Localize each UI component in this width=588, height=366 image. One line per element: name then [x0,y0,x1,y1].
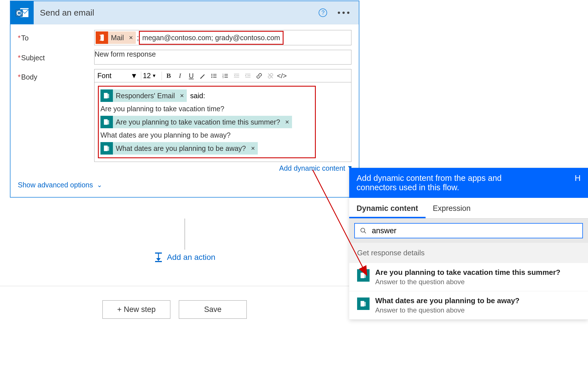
send-email-card: Send an email ? ••• *To Mail × ; [10,1,359,198]
add-action-area: Add an action [10,219,359,265]
svg-text:3: 3 [222,76,224,79]
outlook-icon [10,1,34,24]
svg-rect-36 [363,274,366,278]
connector-line [184,219,185,250]
dynamic-item-vacation[interactable]: Are you planning to take vacation time t… [349,263,588,291]
dates-question-token[interactable]: What dates are you planning to be away? … [100,142,258,155]
tab-dynamic-content[interactable]: Dynamic content [349,198,426,218]
section-header: Get response details [349,243,588,263]
svg-rect-27 [106,120,109,125]
svg-rect-18 [236,75,239,76]
item-title: Are you planning to take vacation time t… [375,268,560,277]
item-subtitle: Answer to the question above [375,278,560,286]
svg-rect-16 [224,77,228,78]
to-input[interactable]: Mail × ; megan@contoso.com; grady@contos… [94,30,351,45]
bullet-list-button[interactable] [209,71,219,81]
svg-point-5 [211,74,213,75]
svg-rect-21 [247,75,250,76]
subject-input[interactable]: New form response [94,50,351,65]
dynamic-item-dates[interactable]: What dates are you planning to be away? … [349,291,588,320]
svg-rect-10 [213,77,216,78]
forms-icon [100,116,113,128]
hide-link[interactable]: H [575,174,581,183]
field-row-body: *Body Font ▼ 12▼ B I U [18,69,351,172]
svg-rect-19 [234,77,239,77]
add-action-button[interactable]: Add an action [152,250,218,265]
outdent-button[interactable] [231,71,242,81]
color-picker-button[interactable] [198,71,208,81]
dynamic-search-input[interactable] [354,223,583,238]
mail-token-label: Mail [111,34,124,42]
card-header[interactable]: Send an email ? ••• [10,1,359,24]
bottom-bar: + New step Save [0,286,349,319]
font-selector[interactable]: Font ▼ [97,72,139,80]
svg-rect-14 [224,76,228,76]
to-emails-text[interactable]: megan@contoso.com; grady@contoso.com [142,34,280,42]
indent-button[interactable] [243,71,253,81]
responders-email-token[interactable]: Responders' Email × [100,89,187,102]
show-advanced-options-link[interactable]: Show advanced options ⌄ [18,181,351,189]
help-icon[interactable]: ? [319,8,327,17]
svg-point-33 [361,228,365,232]
subject-value[interactable]: New form response [95,50,156,64]
search-icon [360,227,367,234]
body-line-1: Are you planning to take vacation time? [100,105,313,113]
tab-expression[interactable]: Expression [426,198,478,218]
italic-button[interactable]: I [175,71,185,81]
svg-rect-25 [106,94,109,98]
forms-icon [100,142,113,155]
remove-token-icon[interactable]: × [177,92,187,100]
new-step-button[interactable]: + New step [102,300,170,319]
svg-rect-38 [363,302,366,306]
item-title: What dates are you planning to be away? [375,296,520,305]
forms-icon [357,297,370,310]
svg-rect-22 [245,77,250,77]
svg-point-7 [211,75,213,76]
mail-token[interactable]: Mail × [96,31,136,44]
remove-token-icon[interactable]: × [282,118,292,126]
search-wrap [349,219,588,243]
to-label: *To [18,30,94,42]
svg-rect-8 [213,76,216,76]
svg-point-4 [200,78,201,79]
item-subtitle: Answer to the question above [375,306,520,314]
svg-rect-30 [155,252,162,254]
dynamic-content-panel: Add dynamic content from the apps and co… [349,168,588,320]
rich-text-toolbar: Font ▼ 12▼ B I U [94,69,351,82]
field-row-subject: *Subject New form response [18,50,351,65]
insert-icon [154,252,163,263]
save-button[interactable]: Save [179,300,247,319]
code-view-button[interactable]: </> [277,71,287,81]
bold-button[interactable]: B [164,71,174,81]
office-icon [96,31,108,44]
forms-icon [357,269,370,282]
body-editor[interactable]: Responders' Email × said: Are you planni… [94,82,351,162]
dynamic-panel-tabs: Dynamic content Expression [349,198,588,219]
dynamic-panel-header: Add dynamic content from the apps and co… [349,168,588,198]
svg-rect-20 [245,74,250,74]
svg-rect-29 [106,147,109,151]
add-dynamic-content-link[interactable]: Add dynamic content [94,164,351,172]
link-button[interactable] [254,71,264,81]
vacation-question-token[interactable]: Are you planning to take vacation time t… [100,116,292,128]
card-title: Send an email [40,8,319,18]
underline-button[interactable]: U [186,71,196,81]
numbered-list-button[interactable]: 123 [220,71,230,81]
remove-token-icon[interactable]: × [126,34,136,42]
more-icon[interactable]: ••• [337,8,351,18]
body-text-said: said: [190,92,205,100]
forms-icon [100,89,113,102]
font-size-selector[interactable]: 12▼ [143,72,160,80]
body-content-highlight: Responders' Email × said: Are you planni… [98,86,316,158]
svg-rect-6 [213,74,216,74]
svg-rect-32 [155,261,162,262]
svg-point-9 [211,77,213,78]
field-row-to: *To Mail × ; megan@contoso.com; grady@co… [18,30,351,45]
search-field[interactable] [372,226,577,235]
remove-token-icon[interactable]: × [248,144,258,152]
body-label: *Body [18,69,94,81]
unlink-button[interactable] [265,71,276,81]
chevron-down-icon: ▼ [130,72,138,80]
svg-rect-17 [234,74,239,74]
chevron-down-icon: ⌄ [97,181,102,189]
